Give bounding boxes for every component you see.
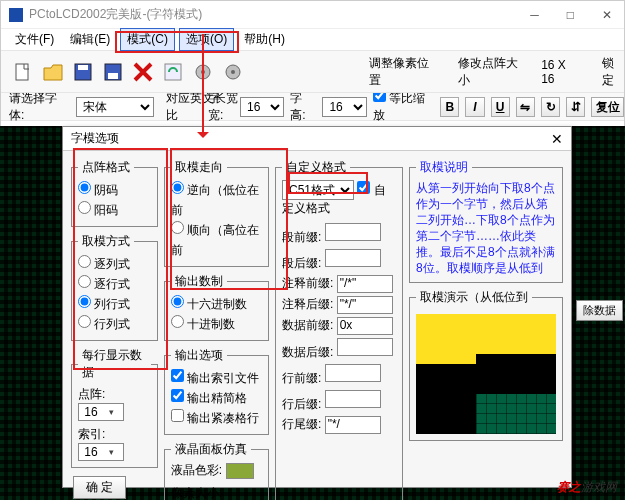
custom-format-group: 自定义格式 C51格式 自定义格式 段前缀: 段后缀: 注释前缀: "/*" 注… bbox=[275, 159, 403, 500]
hex-radio[interactable]: 十六进制数 bbox=[171, 294, 262, 314]
width-select[interactable]: 16 bbox=[240, 97, 284, 117]
lock-label: 锁定 bbox=[602, 55, 624, 89]
reset-button[interactable]: 复位 bbox=[591, 97, 624, 117]
flip-h-button[interactable]: ⇋ bbox=[516, 97, 535, 117]
open-icon[interactable] bbox=[39, 57, 67, 87]
svg-rect-0 bbox=[16, 64, 28, 80]
ok-button[interactable]: 确 定 bbox=[73, 476, 126, 499]
menu-file[interactable]: 文件(F) bbox=[9, 29, 60, 50]
lcd-color-swatch[interactable] bbox=[226, 463, 254, 479]
col-radio[interactable]: 逐列式 bbox=[78, 254, 151, 274]
svg-point-9 bbox=[231, 70, 235, 74]
options-row: 请选择字体: 宋体 对应英文长宽比 . 字宽: 16 字高: 16 等比缩放 B… bbox=[1, 93, 624, 121]
idx-label: 索引: bbox=[78, 427, 105, 441]
maximize-button[interactable]: □ bbox=[563, 8, 578, 22]
underline-button[interactable]: U bbox=[491, 97, 510, 117]
output-legend: 输出选项 bbox=[171, 347, 227, 364]
idxfile-check[interactable]: 输出索引文件 bbox=[171, 368, 262, 388]
settings2-icon[interactable] bbox=[219, 57, 247, 87]
dialog-title: 字模选项 bbox=[71, 130, 551, 147]
lcd-color-label: 液晶色彩: bbox=[171, 463, 222, 477]
idx-spinner[interactable]: 16▾ bbox=[78, 443, 124, 461]
bold-button[interactable]: B bbox=[440, 97, 459, 117]
dat-suf-input[interactable] bbox=[337, 338, 393, 356]
dot-spinner[interactable]: 16▾ bbox=[78, 403, 124, 421]
ln-suf-label: 行后缀: bbox=[282, 397, 321, 411]
window-title: PCtoLCD2002完美版-(字符模式) bbox=[29, 6, 526, 23]
font-options-dialog: 字模选项 ✕ 点阵格式 阴码 阳码 取模方式 逐列式 逐行式 bbox=[62, 126, 572, 488]
height-label: 字高: bbox=[290, 90, 316, 124]
menubar: 文件(F) 编辑(E) 模式(C) 选项(O) 帮助(H) bbox=[1, 29, 624, 51]
row-radio[interactable]: 逐行式 bbox=[78, 274, 151, 294]
dot-format-legend: 点阵格式 bbox=[78, 159, 134, 176]
tight-check[interactable]: 输出紧凑格行 bbox=[171, 408, 262, 428]
settings-icon[interactable] bbox=[189, 57, 217, 87]
dialog-close-button[interactable]: ✕ bbox=[551, 131, 563, 147]
yang-radio[interactable]: 阳码 bbox=[78, 200, 151, 220]
delete-icon[interactable] bbox=[129, 57, 157, 87]
clear-data-button[interactable]: 除数据 bbox=[576, 300, 623, 321]
svg-rect-4 bbox=[108, 73, 118, 79]
scan-mode-group: 取模方式 逐列式 逐行式 列行式 行列式 bbox=[71, 233, 158, 341]
new-icon[interactable] bbox=[9, 57, 37, 87]
svg-rect-5 bbox=[165, 64, 181, 80]
saveas-icon[interactable] bbox=[99, 57, 127, 87]
menu-edit[interactable]: 编辑(E) bbox=[64, 29, 116, 50]
font-select[interactable]: 宋体 bbox=[76, 97, 155, 117]
dot-format-group: 点阵格式 阴码 阳码 bbox=[71, 159, 158, 227]
minimize-button[interactable]: ─ bbox=[526, 8, 543, 22]
reverse-radio[interactable]: 逆向（低位在前 bbox=[171, 180, 262, 220]
titlebar: PCtoLCD2002完美版-(字符模式) ─ □ ✕ bbox=[1, 1, 624, 29]
lcd-legend: 液晶面板仿真 bbox=[171, 441, 251, 458]
pick-font-label: 请选择字体: bbox=[9, 90, 70, 124]
rotate-button[interactable]: ↻ bbox=[541, 97, 560, 117]
dat-pre-input[interactable]: 0x bbox=[337, 317, 393, 335]
ln-pre-input[interactable] bbox=[325, 364, 381, 382]
colrow-radio[interactable]: 列行式 bbox=[78, 294, 151, 314]
forward-radio[interactable]: 顺向（高位在前 bbox=[171, 220, 262, 260]
svg-point-7 bbox=[201, 70, 205, 74]
height-select[interactable]: 16 bbox=[322, 97, 366, 117]
dot-label: 点阵: bbox=[78, 387, 105, 401]
format-select[interactable]: C51格式 bbox=[282, 180, 354, 200]
rowcol-radio[interactable]: 行列式 bbox=[78, 314, 151, 334]
menu-mode[interactable]: 模式(C) bbox=[120, 28, 175, 51]
row-display-legend: 每行显示数据 bbox=[78, 347, 151, 381]
radix-group: 输出数制 十六进制数 十进制数 bbox=[164, 273, 269, 341]
svg-rect-2 bbox=[78, 65, 88, 70]
seg-suf-label: 段后缀: bbox=[282, 256, 321, 270]
watermark: 赛之游戏网 bbox=[557, 479, 617, 496]
cmt-suf-input[interactable]: "*/" bbox=[337, 296, 393, 314]
dat-pre-label: 数据前缀: bbox=[282, 318, 333, 332]
menu-options[interactable]: 选项(O) bbox=[179, 28, 234, 51]
lcd-px-label: 像素大小: bbox=[171, 486, 222, 500]
seg-pre-label: 段前缀: bbox=[282, 230, 321, 244]
direction-legend: 取模走向 bbox=[171, 159, 227, 176]
matrix-size-text: 16 X 16 bbox=[541, 58, 579, 86]
save-icon[interactable] bbox=[69, 57, 97, 87]
row-display-group: 每行显示数据 点阵: 16▾ 索引: 16▾ bbox=[71, 347, 158, 468]
yin-radio[interactable]: 阴码 bbox=[78, 180, 151, 200]
refresh-icon[interactable] bbox=[159, 57, 187, 87]
preview-legend: 取模演示（从低位到 bbox=[416, 289, 532, 306]
cmt-suf-label: 注释后缀: bbox=[282, 297, 333, 311]
dec-radio[interactable]: 十进制数 bbox=[171, 314, 262, 334]
width-label: 字宽: bbox=[208, 90, 234, 124]
italic-button[interactable]: I bbox=[465, 97, 484, 117]
custom-legend: 自定义格式 bbox=[282, 159, 350, 176]
adjust-pixel-label: 调整像素位置 bbox=[369, 55, 436, 89]
compact-check[interactable]: 输出精简格 bbox=[171, 388, 262, 408]
cmt-pre-input[interactable]: "/*" bbox=[337, 275, 393, 293]
menu-help[interactable]: 帮助(H) bbox=[238, 29, 291, 50]
lntail-input[interactable]: "*/ bbox=[325, 416, 381, 434]
cmt-pre-label: 注释前缀: bbox=[282, 276, 333, 290]
seg-suf-input[interactable] bbox=[325, 249, 381, 267]
modify-matrix-label: 修改点阵大小 bbox=[458, 55, 525, 89]
ln-suf-input[interactable] bbox=[325, 390, 381, 408]
flip-v-button[interactable]: ⇵ bbox=[566, 97, 585, 117]
en-ratio-label: 对应英文长宽比 bbox=[166, 90, 246, 124]
seg-pre-input[interactable] bbox=[325, 223, 381, 241]
main-window: PCtoLCD2002完美版-(字符模式) ─ □ ✕ 文件(F) 编辑(E) … bbox=[0, 0, 625, 500]
close-button[interactable]: ✕ bbox=[598, 8, 616, 22]
scale-checkbox[interactable]: 等比缩放 bbox=[373, 89, 435, 124]
